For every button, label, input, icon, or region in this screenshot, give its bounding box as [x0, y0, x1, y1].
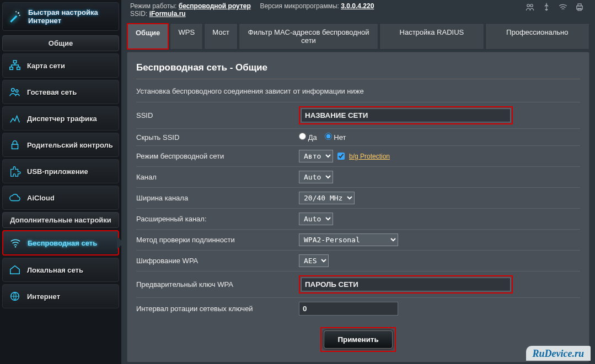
globe-icon [8, 290, 22, 302]
row-wireless-mode: Режим беспроводной сети Авто b/g Protect… [136, 145, 580, 166]
sidebar-item-wireless[interactable]: Беспроводная сеть [2, 230, 119, 256]
puzzle-icon [8, 165, 22, 177]
usb-status-icon[interactable] [541, 2, 552, 14]
width-select[interactable]: 20/40 MHz [299, 192, 355, 204]
sidebar-item-label: AiCloud [27, 194, 55, 202]
svg-rect-8 [12, 144, 18, 149]
svg-point-7 [15, 90, 18, 92]
channel-select[interactable]: Auto [299, 171, 333, 183]
printer-icon[interactable] [574, 2, 585, 14]
tab-professional[interactable]: Профессионально [485, 23, 589, 50]
extchan-label: Расширенный канал: [136, 215, 299, 223]
tab-general[interactable]: Общие [127, 23, 169, 50]
tab-bar: Общие WPS Мост Фильтр MAC-адресов беспро… [127, 23, 589, 50]
sidebar-item-traffic-manager[interactable]: Диспетчер трафика [2, 106, 119, 131]
wmode-select[interactable]: Авто [299, 150, 333, 162]
sidebar-item-label: Беспроводная сеть [28, 239, 97, 247]
width-label: Ширина канала [136, 194, 299, 202]
bg-protection-link[interactable]: b/g Protection [349, 153, 390, 160]
cloud-icon [8, 192, 22, 204]
lock-icon [8, 139, 22, 151]
sidebar-item-aicloud[interactable]: AiCloud [2, 186, 119, 210]
sidebar-item-lan[interactable]: Локальная сеть [2, 258, 119, 282]
fw-value[interactable]: 3.0.0.4.220 [341, 2, 374, 10]
hide-ssid-yes[interactable]: Да [299, 133, 317, 142]
extchan-select[interactable]: Auto [299, 213, 333, 225]
svg-point-12 [530, 4, 533, 7]
auth-label: Метод проверки подлинности [136, 236, 299, 244]
svg-point-9 [15, 246, 17, 248]
sidebar-section-general: Общие [2, 35, 119, 51]
tab-mac-filter[interactable]: Фильтр MAC-адресов беспроводной сети [239, 23, 378, 50]
hide-ssid-no[interactable]: Нет [325, 133, 346, 142]
sidebar-item-usb-app[interactable]: USB-приложение [2, 159, 119, 183]
row-encryption: Шифрование WPA AES [136, 250, 580, 271]
sidebar-item-label: Диспетчер трафика [27, 115, 97, 123]
sidebar-item-guest-network[interactable]: Гостевая сеть [2, 80, 119, 104]
sidebar-item-label: USB-приложение [27, 167, 88, 176]
sidebar-item-wan[interactable]: Интернет [2, 284, 119, 308]
svg-point-2 [19, 15, 20, 16]
svg-rect-13 [577, 6, 583, 9]
settings-panel: Беспроводная сеть - Общие Установка бесп… [127, 52, 589, 362]
row-hide-ssid: Скрыть SSID Да Нет [136, 128, 580, 145]
top-info: Режим работы: беспроводной роутер Версия… [127, 0, 589, 21]
row-psk: Предварительный ключ WPA [136, 271, 580, 297]
home-icon [8, 264, 22, 276]
sidebar-section-advanced: Дополнительные настройки [2, 212, 119, 228]
wifi-icon [9, 237, 22, 249]
quick-internet-setup[interactable]: Быстрая настройка Интернет [2, 2, 119, 31]
svg-rect-3 [13, 61, 17, 63]
psk-label: Предварительный ключ WPA [136, 280, 299, 289]
mode-label: Режим работы: [130, 2, 179, 10]
rotate-input[interactable] [299, 302, 398, 316]
tab-bridge[interactable]: Мост [204, 23, 238, 50]
wmode-label: Режим беспроводной сети [136, 152, 299, 160]
ssid-label: SSID [136, 111, 299, 119]
svg-point-0 [18, 12, 19, 14]
auth-select[interactable]: WPA2-Personal [299, 233, 398, 246]
sidebar-item-label: Локальная сеть [27, 266, 83, 274]
top-ssid-value[interactable]: iFormula.ru [149, 10, 186, 18]
wifi-status-icon[interactable] [558, 2, 569, 14]
sidebar-item-label: Родительский контроль [27, 141, 113, 149]
tab-radius[interactable]: Настройка RADIUS [379, 23, 484, 50]
panel-title: Беспроводная сеть - Общие [136, 59, 580, 79]
sidebar-item-label: Карта сети [27, 62, 65, 70]
row-auth-method: Метод проверки подлинности WPA2-Personal [136, 229, 580, 250]
top-ssid-label: SSID: [130, 10, 149, 18]
sidebar-item-network-map[interactable]: Карта сети [2, 53, 119, 78]
wand-icon [7, 9, 23, 24]
fw-label: Версия микропрограммы: [260, 2, 341, 10]
row-ext-channel: Расширенный канал: Auto [136, 208, 580, 229]
tab-wps[interactable]: WPS [170, 23, 203, 50]
svg-rect-14 [578, 4, 581, 6]
sidebar-item-parental-control[interactable]: Родительский контроль [2, 133, 119, 157]
sidebar-item-label: Гостевая сеть [27, 88, 77, 96]
sidebar: Быстрая настройка Интернет Общие Карта с… [0, 0, 121, 364]
quick-setup-label: Быстрая настройка Интернет [28, 8, 98, 25]
row-key-rotation: Интервал ротации сетевых ключей [136, 297, 580, 319]
guest-icon [8, 86, 22, 98]
status-icons [524, 2, 585, 14]
network-map-icon [8, 59, 22, 72]
mode-value[interactable]: беспроводной роутер [179, 2, 251, 10]
svg-rect-5 [17, 67, 20, 70]
watermark: RuDevice.ru [526, 346, 591, 361]
ssid-input[interactable] [301, 108, 511, 122]
main-content: Режим работы: беспроводной роутер Версия… [121, 0, 595, 364]
hide-ssid-label: Скрыть SSID [136, 133, 299, 142]
psk-input[interactable] [301, 278, 511, 291]
svg-point-6 [12, 89, 14, 92]
bg-protection-checkbox[interactable] [337, 153, 345, 160]
enc-select[interactable]: AES [299, 254, 329, 267]
rotate-label: Интервал ротации сетевых ключей [136, 305, 299, 313]
svg-point-1 [15, 11, 17, 12]
row-channel-width: Ширина канала 20/40 MHz [136, 187, 580, 208]
svg-rect-4 [10, 67, 13, 70]
clients-icon[interactable] [524, 2, 535, 14]
channel-label: Канал [136, 173, 299, 181]
panel-subtitle: Установка беспроводного соединения завис… [136, 87, 580, 95]
apply-button[interactable]: Применить [324, 330, 392, 349]
row-ssid: SSID [136, 102, 580, 128]
